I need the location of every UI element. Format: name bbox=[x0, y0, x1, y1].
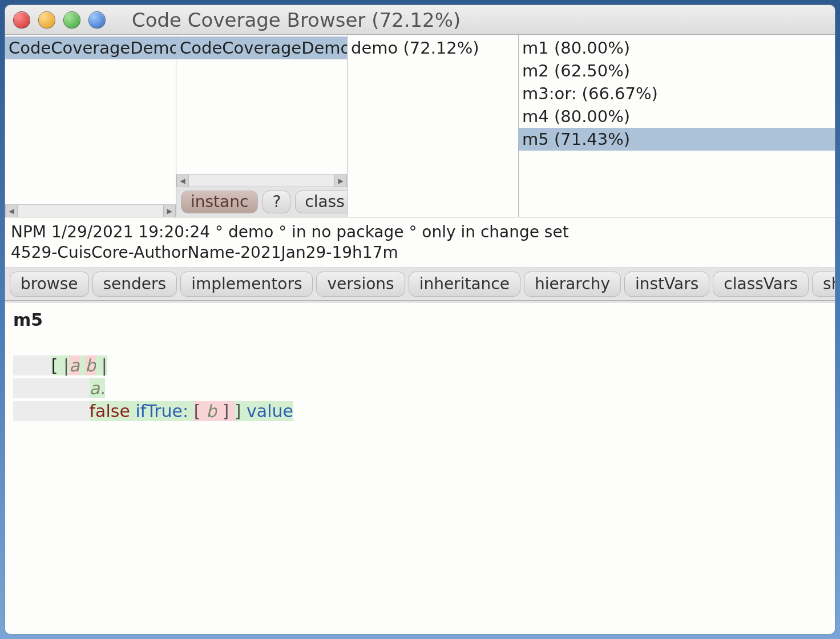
menu-icon[interactable] bbox=[88, 11, 106, 29]
close-bracket: ] bbox=[235, 401, 241, 421]
code-line: a. bbox=[13, 377, 827, 400]
scroll-left-icon[interactable]: ◀ bbox=[176, 175, 189, 187]
list-item[interactable]: m5 (71.43%) bbox=[519, 128, 835, 151]
var-b: b bbox=[85, 355, 96, 375]
kw-value: value bbox=[241, 401, 293, 421]
method-list[interactable]: m1 (80.00%) m2 (62.50%) m3:or: (66.67%) … bbox=[519, 35, 835, 217]
scroll-left-icon[interactable]: ◀ bbox=[5, 205, 18, 217]
kw-iftrue: ifTrue: bbox=[130, 401, 194, 421]
code-line bbox=[13, 331, 827, 354]
pipe: | bbox=[96, 355, 107, 375]
h-scrollbar[interactable]: ◀ ▶ bbox=[5, 204, 176, 217]
category-pane: demo (72.12%) bbox=[348, 35, 519, 217]
open-bracket: [ bbox=[51, 355, 63, 375]
window-title: Code Coverage Browser (72.12%) bbox=[114, 9, 827, 31]
button-bar: browse senders implementors versions inh… bbox=[5, 268, 835, 301]
var-a: a. bbox=[90, 378, 106, 398]
package-pane: CodeCoverageDemo ◀ ▶ bbox=[5, 35, 176, 217]
browse-button[interactable]: browse bbox=[10, 272, 89, 297]
instvars-button[interactable]: instVars bbox=[624, 272, 709, 297]
code-line: false ifTrue: [ b ] ] value bbox=[13, 400, 827, 423]
method-pane: m1 (80.00%) m2 (62.50%) m3:or: (66.67%) … bbox=[519, 35, 835, 217]
show-button[interactable]: show... bbox=[812, 272, 835, 297]
implementors-button[interactable]: implementors bbox=[180, 272, 313, 297]
hierarchy-button[interactable]: hierarchy bbox=[524, 272, 621, 297]
class-switch: instanc ? class bbox=[176, 187, 347, 217]
browser-panes: CodeCoverageDemo ◀ ▶ CodeCoverageDemo ◀ … bbox=[5, 35, 835, 217]
inheritance-button[interactable]: inheritance bbox=[409, 272, 520, 297]
classvars-button[interactable]: classVars bbox=[713, 272, 809, 297]
list-item[interactable]: m4 (80.00%) bbox=[519, 105, 835, 128]
h-scrollbar[interactable]: ◀ ▶ bbox=[176, 174, 347, 187]
code-pane[interactable]: m5 [ |a b | a. false ifTrue: [ b ] ] val… bbox=[5, 301, 835, 634]
list-item[interactable]: m2 (62.50%) bbox=[519, 59, 835, 82]
list-item[interactable]: m1 (80.00%) bbox=[519, 37, 835, 59]
package-list[interactable]: CodeCoverageDemo bbox=[5, 35, 176, 204]
annotation-line-2: 4529-CuisCore-AuthorName-2021Jan29-19h17… bbox=[11, 242, 829, 263]
help-button[interactable]: ? bbox=[262, 191, 290, 213]
scroll-track[interactable] bbox=[18, 205, 163, 217]
minimize-icon[interactable] bbox=[38, 11, 55, 29]
titlebar: Code Coverage Browser (72.12%) bbox=[5, 5, 835, 35]
var-b: b bbox=[206, 401, 217, 421]
code-line: [ |a b | bbox=[13, 354, 827, 377]
inner-open: [ bbox=[194, 401, 206, 421]
class-pane: CodeCoverageDemo ◀ ▶ instanc ? class bbox=[176, 35, 348, 217]
category-list[interactable]: demo (72.12%) bbox=[348, 35, 518, 217]
maximize-icon[interactable] bbox=[63, 11, 80, 29]
list-item[interactable]: CodeCoverageDemo bbox=[176, 37, 347, 59]
senders-button[interactable]: senders bbox=[92, 272, 177, 297]
annotation-line-1: NPM 1/29/2021 19:20:24 ° demo ° in no pa… bbox=[11, 222, 829, 242]
class-button[interactable]: class bbox=[295, 191, 348, 213]
list-item[interactable]: demo (72.12%) bbox=[348, 37, 518, 59]
pipe: | bbox=[63, 355, 69, 375]
scroll-right-icon[interactable]: ▶ bbox=[334, 175, 347, 187]
versions-button[interactable]: versions bbox=[316, 272, 405, 297]
list-item[interactable]: m3:or: (66.67%) bbox=[519, 82, 835, 105]
instance-button[interactable]: instanc bbox=[181, 191, 258, 213]
kw-false: false bbox=[90, 401, 130, 421]
method-name: m5 bbox=[13, 309, 827, 331]
var-a: a bbox=[69, 355, 79, 375]
inner-close: ] bbox=[217, 401, 235, 421]
close-icon[interactable] bbox=[13, 11, 30, 29]
scroll-track[interactable] bbox=[189, 175, 334, 187]
class-list[interactable]: CodeCoverageDemo bbox=[176, 35, 347, 174]
scroll-right-icon[interactable]: ▶ bbox=[163, 205, 176, 217]
code-coverage-window: Code Coverage Browser (72.12%) CodeCover… bbox=[5, 5, 835, 634]
annotation-bar: NPM 1/29/2021 19:20:24 ° demo ° in no pa… bbox=[5, 217, 835, 268]
list-item[interactable]: CodeCoverageDemo bbox=[5, 37, 176, 59]
